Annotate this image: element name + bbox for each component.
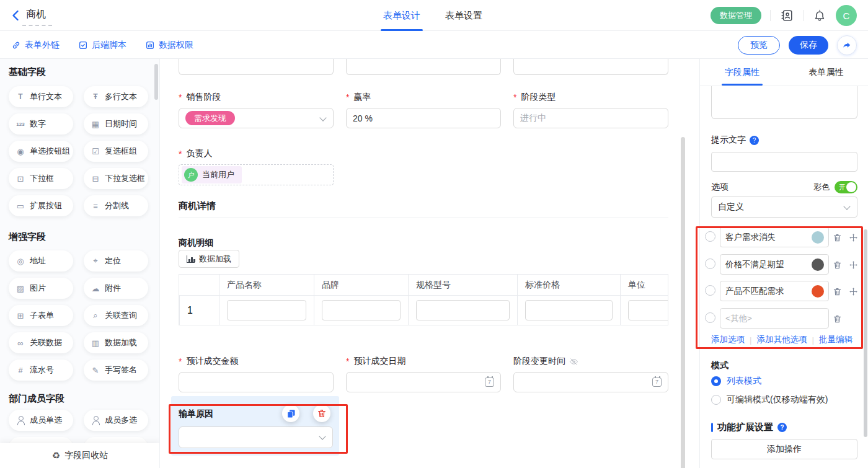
option-text-input[interactable]: 产品不匹配需求 [720, 281, 829, 301]
field-item-datetime[interactable]: 日期时间 [84, 113, 148, 135]
win-rate-input[interactable]: 20 % [346, 108, 501, 128]
add-other-option-link[interactable]: 添加其他选项 [757, 334, 807, 345]
hint-text-input[interactable] [711, 152, 857, 172]
field-item-radio-group[interactable]: 单选按钮组 [9, 141, 73, 162]
delete-option-button[interactable] [831, 286, 843, 297]
field-sales-stage[interactable]: 销售阶段 需求发现 [179, 92, 334, 128]
field-item-single-line-text[interactable]: 单行文本 [9, 86, 73, 107]
field-item-extend-button[interactable]: 扩展按钮 [9, 195, 73, 216]
question-icon[interactable] [777, 423, 787, 432]
tab-form-design[interactable]: 表单设计 [383, 0, 420, 31]
cut-input[interactable] [513, 59, 668, 75]
owner-picker[interactable]: 户 当前用户 [179, 164, 334, 185]
cell-input[interactable] [322, 300, 401, 320]
field-stage-type[interactable]: 阶段类型 进行中 [513, 92, 668, 128]
move-option-handle[interactable] [848, 259, 859, 270]
move-option-handle[interactable] [848, 232, 859, 243]
option-source-select[interactable]: 自定义 [711, 196, 857, 218]
other-option-input[interactable]: <其他> [720, 308, 829, 329]
tab-form-settings[interactable]: 表单设置 [445, 0, 482, 31]
cut-textarea[interactable] [711, 86, 857, 119]
delete-option-button[interactable] [831, 313, 843, 324]
cell-input[interactable] [628, 300, 668, 320]
batch-edit-link[interactable]: 批量编辑 [819, 334, 852, 345]
data-permission-link[interactable]: 数据权限 [145, 40, 193, 51]
option-radio[interactable] [705, 285, 715, 296]
back-icon[interactable] [9, 8, 24, 23]
option-text-input[interactable]: 客户需求消失 [720, 227, 829, 247]
field-item-divider[interactable]: 分割线 [84, 195, 148, 216]
cell-input[interactable] [416, 300, 510, 320]
form-external-link[interactable]: 表单外链 [11, 40, 60, 51]
tab-form-properties[interactable]: 表单属性 [784, 59, 868, 86]
canvas-scrollbar[interactable] [681, 137, 685, 468]
panel-scrollbar[interactable] [864, 229, 867, 437]
data-manage-button[interactable]: 数据管理 [711, 7, 761, 24]
delete-field-button[interactable] [313, 405, 330, 422]
field-item-multi-dropdown[interactable]: 下拉复选框 [84, 168, 148, 189]
data-load-button[interactable]: 数据加载 [179, 250, 239, 268]
option-radio[interactable] [705, 258, 715, 269]
field-item-number[interactable]: 数字 [9, 113, 73, 135]
backend-script-link[interactable]: 后端脚本 [78, 40, 126, 51]
delete-option-button[interactable] [831, 259, 843, 270]
field-recycle-bin[interactable]: ♻ 字段回收站 [0, 443, 160, 468]
field-item-subform[interactable]: 子表单 [9, 305, 73, 326]
field-item-serial-number[interactable]: 流水号 [9, 360, 73, 381]
expected-amount-input[interactable] [179, 372, 334, 392]
share-button[interactable] [837, 35, 857, 55]
stage-change-time-input[interactable] [513, 372, 668, 392]
save-button[interactable]: 保存 [789, 36, 828, 55]
option-color-dot[interactable] [812, 231, 824, 244]
field-expected-date[interactable]: 预计成交日期 [346, 356, 501, 392]
field-item-member-single[interactable]: 成员单选 [9, 410, 73, 431]
mode-editable-radio[interactable]: 可编辑模式(仅移动端有效) [711, 394, 828, 405]
field-expected-amount[interactable]: 预计成交金额 [179, 356, 334, 392]
field-item-signature[interactable]: 手写签名 [84, 360, 148, 381]
delete-option-button[interactable] [831, 232, 843, 243]
field-owner[interactable]: 负责人 户 当前用户 [179, 148, 334, 185]
field-item-location[interactable]: 定位 [84, 250, 148, 272]
option-text-input[interactable]: 价格不满足期望 [720, 254, 829, 275]
option-color-dot[interactable] [812, 258, 824, 271]
field-item-related-query[interactable]: 关联查询 [84, 305, 148, 326]
field-stage-change-time[interactable]: 阶段变更时间 [513, 356, 668, 392]
field-item-address[interactable]: 地址 [9, 250, 73, 272]
field-item-attachment[interactable]: 附件 [84, 278, 148, 299]
expected-date-input[interactable] [346, 372, 501, 392]
field-item-related-data[interactable]: 关联数据 [9, 332, 73, 353]
option-radio[interactable] [705, 312, 715, 323]
copy-field-button[interactable] [282, 405, 299, 422]
avatar[interactable]: C [836, 5, 857, 26]
sales-stage-select[interactable]: 需求发现 [179, 108, 334, 128]
cell-input[interactable] [227, 300, 306, 320]
field-item-image[interactable]: 图片 [9, 278, 73, 299]
cell-input[interactable] [525, 300, 613, 320]
option-radio[interactable] [705, 231, 715, 242]
contacts-icon[interactable] [779, 8, 794, 23]
mode-list-radio[interactable]: 列表模式 [711, 376, 761, 387]
field-item-member-multi[interactable]: 成员多选 [84, 410, 148, 431]
field-item-data-load[interactable]: 数据加载 [84, 332, 148, 353]
cut-input[interactable] [179, 59, 334, 75]
lost-reason-select[interactable] [179, 426, 333, 448]
page-title[interactable]: 商机 [26, 8, 46, 21]
selected-field-lost-reason[interactable]: 输单原因 [171, 396, 339, 456]
tab-field-properties[interactable]: 字段属性 [700, 59, 784, 86]
add-option-link[interactable]: 添加选项 [711, 334, 745, 345]
move-option-handle[interactable] [848, 286, 859, 297]
field-win-rate[interactable]: 赢率 20 % [346, 92, 501, 128]
field-item-checkbox-group[interactable]: 复选框组 [84, 141, 148, 162]
color-toggle[interactable]: 开 [835, 181, 857, 193]
preview-button[interactable]: 预览 [738, 36, 780, 55]
option-color-dot[interactable] [812, 285, 824, 298]
radio-selected-icon [711, 376, 721, 386]
bell-icon[interactable] [812, 8, 827, 23]
cut-input[interactable] [346, 59, 501, 75]
question-icon[interactable] [750, 136, 759, 145]
field-item-multi-line-text[interactable]: 多行文本 [84, 86, 148, 107]
add-action-button[interactable]: 添加操作 [711, 439, 857, 459]
stage-type-input[interactable]: 进行中 [513, 108, 668, 128]
sidebar-scrollbar[interactable] [154, 64, 158, 100]
field-item-dropdown[interactable]: 下拉框 [9, 168, 73, 189]
